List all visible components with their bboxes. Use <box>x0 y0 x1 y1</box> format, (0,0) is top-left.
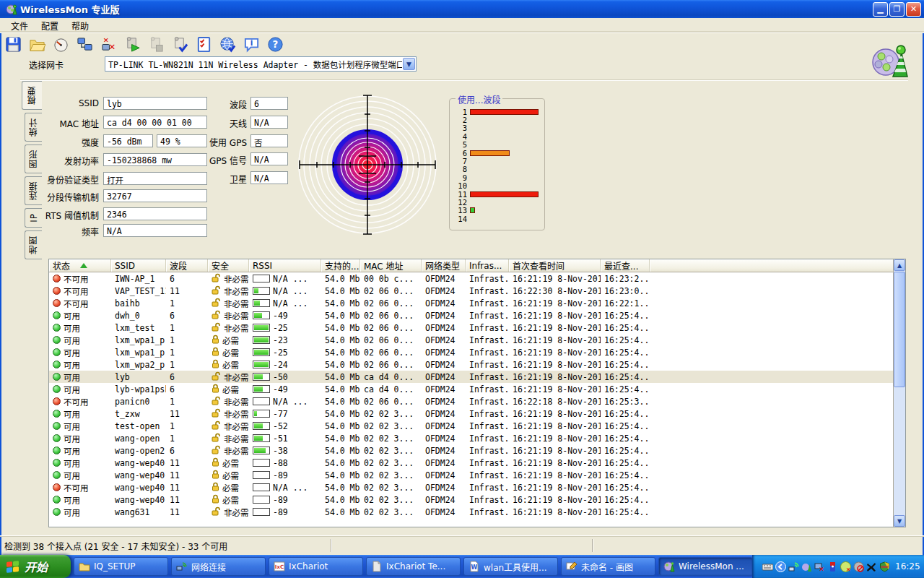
cell-text: 16:21:19 8-Nov-2010 <box>513 409 601 419</box>
toolbar-button-save[interactable] <box>3 35 23 56</box>
security-text: 必需 <box>222 470 239 481</box>
table-row-wang-wep40-4[interactable]: 可用wang-wep40-411必需-8954.0 Mb...02 02 3..… <box>49 493 893 506</box>
column-header-SSID[interactable]: SSID <box>111 259 166 272</box>
field-卫星[interactable]: N/A <box>250 171 288 184</box>
toolbar-button-gauge[interactable] <box>51 35 71 56</box>
table-row-lyb-wpa1psk[interactable]: 可用lyb-wpa1psk6必需-4954.0 Mb...ca d4 0...O… <box>49 383 893 395</box>
cell-text: lxm_wpa2_p... <box>115 360 166 370</box>
toolbar-button-help[interactable]: ? <box>265 35 285 56</box>
field-使用 GPS[interactable]: 否 <box>250 134 288 147</box>
scrollbar-thumb[interactable] <box>894 272 905 387</box>
column-header-波段[interactable]: 波段 <box>166 259 208 272</box>
table-row-wang-wep40-3[interactable]: 不可用wang-wep40-311必需N/A ...54.0 Mb...02 0… <box>49 481 893 493</box>
column-header-安全[interactable]: 安全 <box>208 259 249 272</box>
table-row-test-open[interactable]: 可用test-open1非必需-5254.0 Mb...02 02 3...OF… <box>49 420 893 432</box>
cell: 16:23:2... <box>601 274 650 284</box>
menu-item-文件[interactable]: 文件 <box>4 18 35 33</box>
close-button[interactable]: ✕ <box>906 2 921 17</box>
column-header-filler <box>650 259 905 272</box>
taskbar-button-未命名 - 画图[interactable]: 未命名 - 画图 <box>561 557 655 576</box>
column-header-支持的...[interactable]: 支持的... <box>321 259 360 272</box>
scroll-down-icon[interactable]: ▼ <box>894 515 905 527</box>
scan-error-icon[interactable]: ✕ <box>840 561 851 572</box>
toolbar-button-web-globe[interactable] <box>217 35 237 56</box>
toolbar-button-disconnect[interactable]: ✕✕ <box>98 35 118 56</box>
field-频率[interactable]: N/A <box>103 224 207 237</box>
menu-item-帮助[interactable]: 帮助 <box>65 18 95 33</box>
table-row-wang-wep40-2[interactable]: 可用wang-wep40-211必需-8954.0 Mb...02 02 3..… <box>49 469 893 481</box>
column-header-网络类型[interactable]: 网络类型 <box>422 259 466 272</box>
taskbar-button-IxChariot[interactable]: IxCIxChariot <box>269 557 363 576</box>
column-header-Infras...[interactable]: Infras... <box>466 259 509 272</box>
table-row-baihb[interactable]: 不可用baihb1非必需N/A ...54.0 Mb...02 06 0...O… <box>49 297 893 309</box>
taskbar-button-IxChariot Te...[interactable]: IxChariot Te... <box>366 557 461 576</box>
toolbar-button-start-logging[interactable] <box>122 35 142 56</box>
field-RTS 阈值机制[interactable]: 2346 <box>103 207 207 220</box>
shield-icon[interactable] <box>879 561 890 572</box>
wirelessmon-tray-icon[interactable] <box>801 561 812 572</box>
collapse-chevron-icon[interactable] <box>775 561 786 572</box>
table-row-wang-open2[interactable]: 可用wang-open26非必需-3854.0 Mb...02 02 3...O… <box>49 444 893 457</box>
field-天线[interactable]: N/A <box>250 116 288 129</box>
table-row-t_zxw[interactable]: 可用t_zxw11非必需-7754.0 Mb...02 02 3...OFDM2… <box>49 407 893 420</box>
field-GPS 信号[interactable]: N/A <box>250 152 288 165</box>
table-row-lxm_wpa1_p...[interactable]: 可用lxm_wpa1_p...1必需-2554.0 Mb...02 06 0..… <box>49 346 893 358</box>
minimize-button[interactable]: ▁ <box>873 2 888 17</box>
column-header-最近查...[interactable]: 最近查... <box>601 259 650 272</box>
rssi-bar-icon <box>253 299 270 307</box>
chevron-down-icon[interactable]: ▼ <box>403 58 415 70</box>
column-header-首次查看时间[interactable]: 首次查看时间 <box>509 259 601 272</box>
security-text: 必需 <box>222 335 239 346</box>
table-row-lxm_wpa2_p...[interactable]: 可用lxm_wpa2_p...1必需-2454.0 Mb...02 06 0..… <box>49 358 893 371</box>
status-available-icon <box>53 422 61 430</box>
table-row-wang-wep40-1[interactable]: 可用wang-wep40-111必需-8854.0 Mb...02 02 3..… <box>49 457 893 469</box>
column-header-状态[interactable]: 状态 <box>49 259 111 272</box>
table-row-VAP_TEST_11G[interactable]: 不可用VAP_TEST_11G11非必需N/A ...54.0 Mb...02 … <box>49 285 893 297</box>
toolbar-button-options-checklist[interactable] <box>193 35 214 56</box>
restore-button[interactable]: ❐ <box>889 2 905 17</box>
toolbar-button-info[interactable]: i <box>241 35 261 56</box>
menu-item-配置[interactable]: 配置 <box>35 18 65 33</box>
toolbar-button-open-folder[interactable] <box>27 35 47 56</box>
wireless-signal-icon[interactable] <box>788 561 799 572</box>
rssi-bar-icon <box>253 336 270 344</box>
toolbar-button-view-log[interactable] <box>170 35 190 56</box>
table-row-IWN-AP_1[interactable]: 不可用IWN-AP_16非必需N/A ...54.0 Mb...00 0b c.… <box>49 272 893 285</box>
svg-text:IxC: IxC <box>275 564 284 570</box>
security-text: 非必需 <box>224 273 249 285</box>
taskbar-button-网络连接[interactable]: 网络连接 <box>171 557 266 576</box>
close-x-icon[interactable] <box>866 561 877 572</box>
taskbar-button-IQ_SETUP[interactable]: IQ_SETUP <box>74 557 168 576</box>
table-row-panicn0[interactable]: 不可用panicn01非必需N/A ...54.0 Mb...02 06 0..… <box>49 395 893 407</box>
adapter-combobox[interactable]: TP-LINK TL-WN821N 11N Wireless Adapter -… <box>105 56 417 72</box>
cell: 16:25:4... <box>601 470 650 480</box>
keyboard-icon[interactable] <box>762 561 773 572</box>
cell: 16:25:4... <box>601 495 650 505</box>
table-row-lyb[interactable]: 可用lyb6非必需-5054.0 Mb...ca d4 0...OFDM24In… <box>49 371 893 383</box>
column-header-RSSI[interactable]: RSSI <box>249 259 321 272</box>
vertical-scrollbar[interactable]: ▲ ▼ <box>893 259 905 527</box>
table-row-wang631[interactable]: 可用wang63111非必需-8954.0 Mb...02 02 3...OFD… <box>49 506 893 518</box>
rssi-bar-fill <box>254 313 262 318</box>
cell: OFDM24 <box>422 286 466 296</box>
table-row-lxm_wpa1_p...[interactable]: 可用lxm_wpa1_p...1必需-2354.0 Mb...02 06 0..… <box>49 334 893 346</box>
field-波段[interactable]: 6 <box>250 97 288 110</box>
scroll-up-icon[interactable]: ▲ <box>894 259 905 271</box>
table-row-dwh_0[interactable]: 可用dwh_06非必需-4954.0 Mb...02 06 0...OFDM24… <box>49 309 893 322</box>
column-header-MAC 地址[interactable]: MAC 地址 <box>360 259 422 272</box>
toolbar-button-network-adapters[interactable] <box>74 35 95 56</box>
toolbar-button-stop-logging[interactable] <box>146 35 166 56</box>
taskbar-button-wlan工具使用...[interactable]: Wwlan工具使用... <box>463 557 558 576</box>
start-button[interactable]: 开始 <box>0 555 71 578</box>
network-error-icon[interactable]: ✕ <box>814 561 825 572</box>
cell: Infrast... <box>466 335 509 345</box>
field-强度[interactable]: -56 dBm <box>103 134 153 147</box>
cell-text: 16:25:4... <box>604 409 650 419</box>
battery-icon[interactable] <box>827 561 838 572</box>
field-label: 发射功率 <box>0 155 99 167</box>
taskbar-button-WirelessMon ...[interactable]: WirelessMon ... <box>658 557 753 576</box>
blocked-icon[interactable] <box>853 561 864 572</box>
field-分段传输机制[interactable]: 32767 <box>103 189 207 202</box>
table-row-wang-open[interactable]: 可用wang-open1非必需-5154.0 Mb...02 02 3...OF… <box>49 432 893 444</box>
table-row-lxm_test[interactable]: 可用lxm_test1非必需-2554.0 Mb...02 06 0...OFD… <box>49 322 893 334</box>
